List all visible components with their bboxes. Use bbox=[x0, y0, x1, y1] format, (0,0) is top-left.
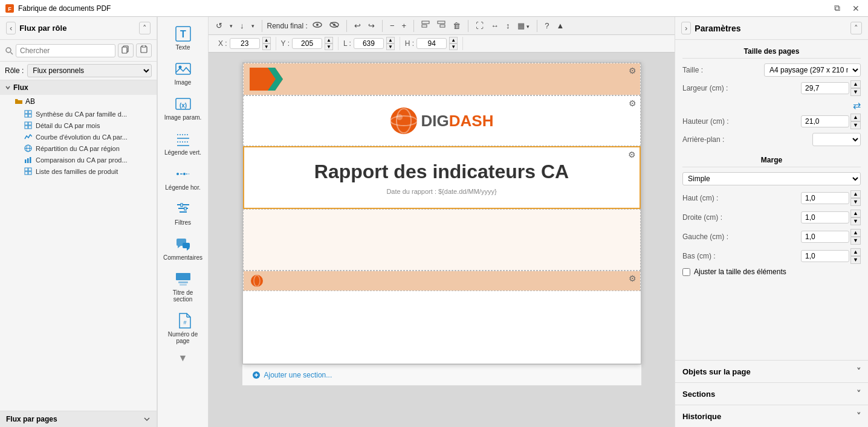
sync-icon[interactable]: ⇄ bbox=[853, 100, 861, 111]
bas-input[interactable] bbox=[801, 250, 849, 262]
footer-gear-btn[interactable]: ⚙ bbox=[629, 274, 636, 283]
section-content[interactable] bbox=[243, 209, 641, 271]
objets-accordion-header[interactable]: Objets sur la page ˅ bbox=[675, 361, 868, 382]
list-item[interactable]: Liste des familles de produit bbox=[10, 165, 157, 177]
l-down-btn[interactable]: ▼ bbox=[386, 43, 395, 50]
h-up-btn[interactable]: ▲ bbox=[449, 37, 458, 43]
bas-down-btn[interactable]: ▼ bbox=[850, 256, 861, 264]
widget-commentaires[interactable]: Commentaires bbox=[160, 232, 206, 265]
restore-button[interactable]: ⧉ bbox=[831, 2, 844, 14]
add-section-link[interactable]: Ajouter une section... bbox=[242, 364, 641, 385]
marge-type-select[interactable]: Simple bbox=[682, 172, 861, 185]
download-dropdown-btn[interactable]: ▾ bbox=[249, 22, 257, 30]
list-item[interactable]: Courbe d'évolution du CA par... bbox=[10, 131, 157, 143]
hauteur-up-btn[interactable]: ▲ bbox=[850, 114, 861, 121]
widget-texte[interactable]: T Texte bbox=[160, 22, 206, 54]
close-button[interactable]: ✕ bbox=[849, 2, 863, 14]
widget-legende-hor[interactable]: Légende hor. bbox=[160, 162, 206, 194]
flux-group-ab[interactable]: AB bbox=[10, 95, 157, 108]
x-input[interactable] bbox=[230, 38, 260, 49]
section-header[interactable]: ⚙ bbox=[243, 63, 641, 95]
undo-btn[interactable]: ↩ bbox=[352, 20, 363, 31]
left-panel-minimize-btn[interactable]: ˄ bbox=[139, 22, 151, 34]
hauteur-down-btn[interactable]: ▼ bbox=[850, 121, 861, 129]
widget-image[interactable]: Image bbox=[160, 57, 206, 89]
layout-dropdown-btn[interactable]: ▦ ▾ bbox=[515, 20, 533, 31]
gauche-up-btn[interactable]: ▲ bbox=[850, 229, 861, 237]
section-logo[interactable]: DIGDASH ⚙ bbox=[243, 95, 641, 146]
gauche-down-btn[interactable]: ▼ bbox=[850, 237, 861, 245]
x-up-btn[interactable]: ▲ bbox=[262, 37, 271, 43]
haut-down-btn[interactable]: ▼ bbox=[850, 198, 861, 206]
hauteur-input[interactable] bbox=[801, 115, 849, 127]
download-btn[interactable]: ↓ bbox=[238, 20, 247, 31]
taille-select[interactable]: A4 paysage (297 x 210 mm) bbox=[764, 63, 861, 77]
right-panel-expand-btn[interactable]: › bbox=[681, 22, 691, 34]
canvas-area[interactable]: ⚙ bbox=[209, 53, 675, 427]
widget-filtres[interactable]: Filtres bbox=[160, 197, 206, 230]
objets-accordion: Objets sur la page ˅ bbox=[675, 360, 868, 382]
largeur-down-btn[interactable]: ▼ bbox=[850, 88, 861, 96]
haut-up-btn[interactable]: ▲ bbox=[850, 190, 861, 198]
droite-up-btn[interactable]: ▲ bbox=[850, 210, 861, 217]
plus-btn[interactable]: + bbox=[399, 20, 409, 31]
widget-titre-section[interactable]: Titre de section bbox=[160, 267, 206, 306]
list-item[interactable]: Comparaison du CA par prod... bbox=[10, 154, 157, 165]
title-gear-btn[interactable]: ⚙ bbox=[628, 150, 636, 159]
flux-pages-footer[interactable]: Flux par pages bbox=[0, 411, 157, 427]
list-item[interactable]: Répartition du CA par région bbox=[10, 143, 157, 154]
ajuster-checkbox[interactable] bbox=[682, 268, 690, 276]
left-panel-collapse-btn[interactable]: ‹ bbox=[6, 22, 16, 34]
height-btn[interactable]: ↕ bbox=[504, 20, 513, 31]
haut-input[interactable] bbox=[801, 192, 849, 204]
gauche-input[interactable] bbox=[801, 231, 849, 243]
width-btn[interactable]: ↔ bbox=[488, 20, 501, 31]
align-left-btn[interactable] bbox=[419, 19, 432, 32]
paste-btn[interactable] bbox=[136, 43, 152, 57]
droite-down-btn[interactable]: ▼ bbox=[850, 217, 861, 225]
align-right-btn[interactable] bbox=[435, 19, 448, 32]
historique-accordion-header[interactable]: Historique ˅ bbox=[675, 405, 868, 427]
marge-type-row: Simple bbox=[682, 172, 861, 185]
bas-up-btn[interactable]: ▲ bbox=[850, 248, 861, 256]
separator bbox=[382, 20, 383, 32]
largeur-input[interactable] bbox=[801, 82, 849, 94]
delete-btn[interactable]: 🗑 bbox=[450, 20, 463, 31]
redo-btn[interactable]: ↪ bbox=[366, 20, 377, 31]
section-gear-btn[interactable]: ⚙ bbox=[629, 66, 636, 75]
droite-input[interactable] bbox=[801, 211, 849, 223]
section-footer[interactable]: ⚙ bbox=[243, 271, 641, 291]
expand-btn[interactable]: ⛶ bbox=[473, 20, 486, 31]
list-item[interactable]: Synthèse du CA par famille d... bbox=[10, 108, 157, 120]
widget-legende-vert[interactable]: Légende vert. bbox=[160, 127, 206, 159]
up-btn[interactable]: ▲ bbox=[554, 20, 566, 31]
y-down-btn[interactable]: ▼ bbox=[325, 43, 333, 50]
x-down-btn[interactable]: ▼ bbox=[262, 43, 271, 50]
list-item[interactable]: Détail du CA par mois bbox=[10, 120, 157, 131]
section-title[interactable]: Rapport des indicateurs CA Date du rappo… bbox=[243, 146, 641, 209]
widget-numero-page[interactable]: # Numéro de page bbox=[160, 309, 206, 348]
refresh-dropdown-btn[interactable]: ▾ bbox=[227, 22, 235, 30]
l-input[interactable] bbox=[354, 38, 384, 49]
minus-btn[interactable]: − bbox=[387, 20, 397, 31]
h-down-btn[interactable]: ▼ bbox=[449, 43, 458, 50]
sections-accordion-header[interactable]: Sections ˅ bbox=[675, 383, 868, 405]
y-up-btn[interactable]: ▲ bbox=[325, 37, 333, 43]
help-btn[interactable]: ? bbox=[542, 20, 551, 31]
right-panel-minimize-btn[interactable]: ˄ bbox=[850, 22, 862, 34]
refresh-btn[interactable]: ↺ bbox=[213, 20, 225, 31]
role-select[interactable]: Flux personnels bbox=[27, 64, 152, 77]
search-input[interactable] bbox=[16, 44, 115, 57]
h-input[interactable] bbox=[416, 38, 447, 49]
arriere-plan-select[interactable] bbox=[812, 133, 861, 146]
eye-on-btn[interactable] bbox=[327, 20, 342, 31]
flux-header[interactable]: Flux bbox=[0, 80, 157, 95]
logo-gear-btn[interactable]: ⚙ bbox=[629, 98, 636, 108]
copy-btn[interactable] bbox=[118, 43, 134, 57]
largeur-up-btn[interactable]: ▲ bbox=[850, 80, 861, 88]
y-input[interactable] bbox=[292, 38, 322, 49]
eye-off-btn[interactable] bbox=[310, 20, 325, 31]
l-up-btn[interactable]: ▲ bbox=[386, 37, 395, 43]
widget-image-param[interactable]: (x) Image param. bbox=[160, 92, 206, 124]
widget-more-btn[interactable]: ▼ bbox=[176, 350, 190, 366]
